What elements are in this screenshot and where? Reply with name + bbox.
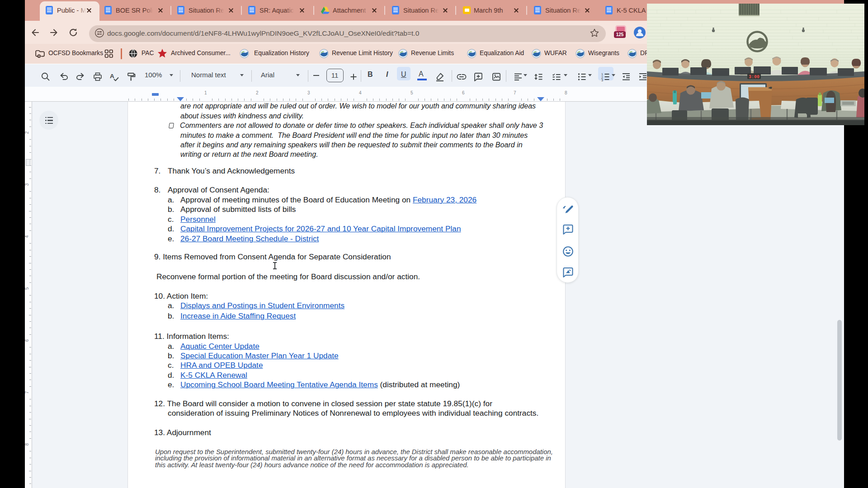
svg-text:3: 3 — [601, 78, 603, 82]
svg-text:A: A — [110, 73, 114, 80]
